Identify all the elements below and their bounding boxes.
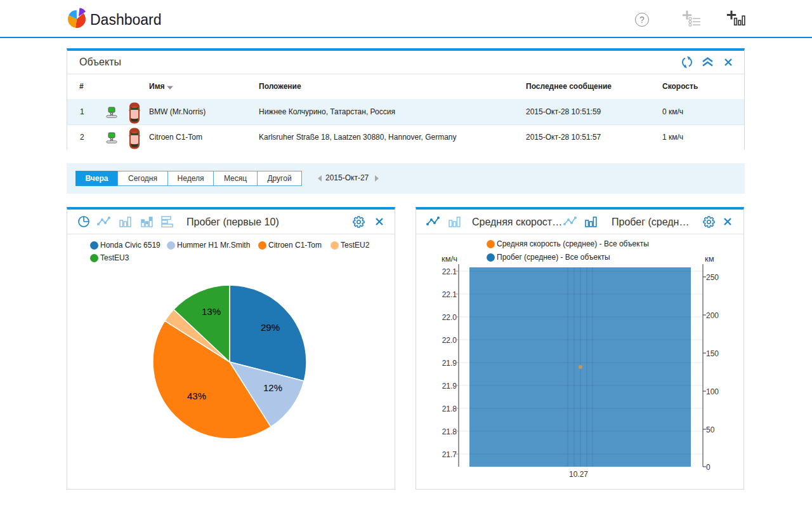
svg-text:22.1: 22.1 — [442, 290, 457, 299]
svg-text:150: 150 — [706, 349, 719, 358]
svg-text:21.9: 21.9 — [442, 359, 457, 368]
svg-text:200: 200 — [706, 311, 719, 320]
svg-text:21.8: 21.8 — [442, 427, 457, 436]
svg-text:100: 100 — [706, 387, 719, 396]
svg-text:21.7: 21.7 — [442, 450, 457, 459]
svg-text:21.9: 21.9 — [442, 382, 457, 391]
svg-text:250: 250 — [706, 273, 719, 282]
svg-text:10.27: 10.27 — [569, 470, 588, 479]
svg-text:43%: 43% — [187, 391, 206, 401]
svg-text:13%: 13% — [202, 306, 221, 317]
svg-text:22.0: 22.0 — [442, 336, 457, 345]
svg-text:22.1: 22.1 — [442, 267, 457, 276]
svg-text:12%: 12% — [263, 382, 282, 393]
svg-text:21.8: 21.8 — [442, 404, 457, 413]
svg-text:22.0: 22.0 — [442, 313, 457, 322]
svg-text:50: 50 — [706, 425, 715, 434]
svg-text:0: 0 — [706, 463, 710, 472]
svg-text:29%: 29% — [261, 322, 280, 333]
